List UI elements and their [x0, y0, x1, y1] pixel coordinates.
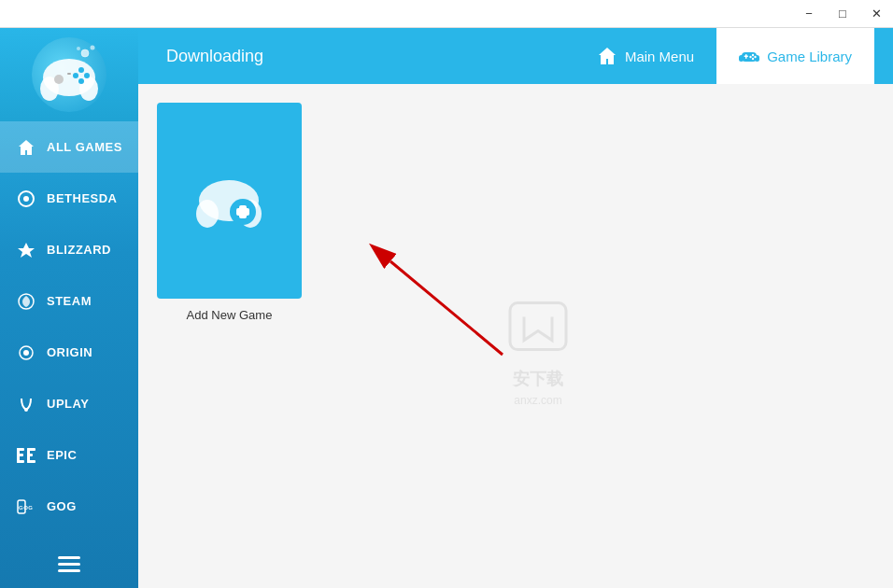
svg-rect-21 — [17, 454, 23, 456]
sidebar: All Games BETHESDA BLIZZARD — [0, 28, 138, 588]
svg-rect-29 — [58, 556, 80, 559]
arrow-annotation — [362, 243, 549, 383]
controller-add-icon — [194, 171, 264, 231]
minimize-button[interactable]: − — [792, 0, 826, 28]
sidebar-bottom — [0, 541, 138, 588]
sidebar-item-gog[interactable]: GOG GOG — [0, 481, 138, 532]
svg-point-11 — [77, 47, 80, 50]
sidebar-item-blizzard-label: BLIZZARD — [47, 243, 111, 257]
sidebar-item-bethesda-label: BETHESDA — [47, 191, 118, 205]
sidebar-item-epic[interactable]: EPIC — [0, 429, 138, 481]
blizzard-icon — [15, 239, 37, 261]
svg-point-39 — [752, 58, 754, 60]
gog-icon: GOG — [15, 496, 37, 518]
nav-game-library[interactable]: Game Library — [716, 28, 874, 84]
svg-point-37 — [752, 54, 754, 56]
svg-point-7 — [54, 75, 64, 84]
svg-point-13 — [23, 196, 29, 202]
svg-point-3 — [73, 73, 78, 78]
sidebar-item-origin-label: ORIGIN — [47, 345, 92, 359]
watermark: 安下载 anxz.com — [501, 289, 575, 407]
svg-point-40 — [749, 56, 751, 58]
sidebar-item-bethesda[interactable]: BETHESDA — [0, 173, 138, 224]
epic-icon — [15, 444, 37, 467]
svg-rect-26 — [27, 460, 35, 463]
close-button[interactable]: ✕ — [859, 0, 893, 28]
uplay-icon — [15, 393, 37, 415]
sidebar-item-blizzard[interactable]: BLIZZARD — [0, 224, 138, 275]
nav-main-menu[interactable]: Main Menu — [574, 28, 716, 84]
origin-icon — [15, 342, 37, 364]
svg-rect-41 — [510, 303, 566, 350]
sidebar-item-steam-label: STEAM — [47, 294, 92, 308]
svg-rect-33 — [739, 55, 744, 62]
main-panel: Downloading Main Menu — [138, 28, 893, 588]
svg-point-9 — [81, 49, 89, 57]
top-bar-nav: Main Menu Game Library — [574, 28, 874, 84]
svg-rect-47 — [236, 208, 249, 216]
app-logo — [32, 37, 106, 112]
svg-point-4 — [78, 67, 84, 73]
content-area: 安下载 anxz.com A — [138, 84, 893, 588]
svg-rect-36 — [744, 56, 749, 58]
sidebar-item-epic-label: EPIC — [47, 448, 77, 462]
add-new-game-label: Add New Game — [187, 308, 273, 322]
sidebar-item-gog-label: GOG — [47, 499, 77, 513]
home-icon — [15, 136, 37, 159]
svg-point-17 — [23, 350, 29, 356]
svg-point-43 — [196, 200, 219, 228]
svg-marker-14 — [18, 243, 35, 258]
svg-text:GOG: GOG — [19, 505, 34, 511]
sidebar-item-all-games[interactable]: All Games — [0, 121, 138, 173]
sidebar-item-uplay[interactable]: UPLAY — [0, 378, 138, 429]
top-bar: Downloading Main Menu — [138, 28, 893, 84]
svg-point-18 — [24, 408, 28, 412]
sidebar-item-all-games-label: All Games — [47, 140, 122, 154]
title-bar-controls: − □ ✕ — [792, 0, 893, 27]
svg-line-49 — [390, 261, 503, 355]
sidebar-nav: All Games BETHESDA BLIZZARD — [0, 121, 138, 541]
bethesda-icon — [15, 188, 37, 210]
logo-icon — [36, 42, 102, 107]
sidebar-logo — [0, 28, 138, 121]
steam-icon — [15, 290, 37, 313]
maximize-button[interactable]: □ — [826, 0, 859, 28]
svg-point-38 — [754, 56, 756, 58]
svg-point-5 — [84, 73, 90, 78]
svg-point-10 — [91, 46, 95, 50]
menu-icon[interactable] — [58, 556, 80, 573]
svg-rect-8 — [67, 73, 71, 75]
svg-point-6 — [78, 78, 84, 84]
controller-nav-icon — [739, 46, 759, 66]
nav-game-library-label: Game Library — [767, 49, 852, 64]
top-bar-title: Downloading — [157, 47, 574, 66]
add-game-container: Add New Game — [157, 103, 302, 322]
svg-rect-30 — [58, 563, 80, 566]
sidebar-item-origin[interactable]: ORIGIN — [0, 327, 138, 378]
svg-rect-22 — [17, 460, 24, 463]
svg-rect-25 — [27, 454, 33, 456]
sidebar-item-steam[interactable]: STEAM — [0, 275, 138, 327]
home-nav-icon — [597, 46, 617, 66]
svg-rect-31 — [58, 569, 80, 572]
title-bar: − □ ✕ — [0, 0, 893, 28]
sidebar-item-uplay-label: UPLAY — [47, 397, 89, 411]
add-game-icon — [192, 163, 267, 238]
add-new-game-card[interactable] — [157, 103, 302, 299]
nav-main-menu-label: Main Menu — [625, 49, 694, 64]
